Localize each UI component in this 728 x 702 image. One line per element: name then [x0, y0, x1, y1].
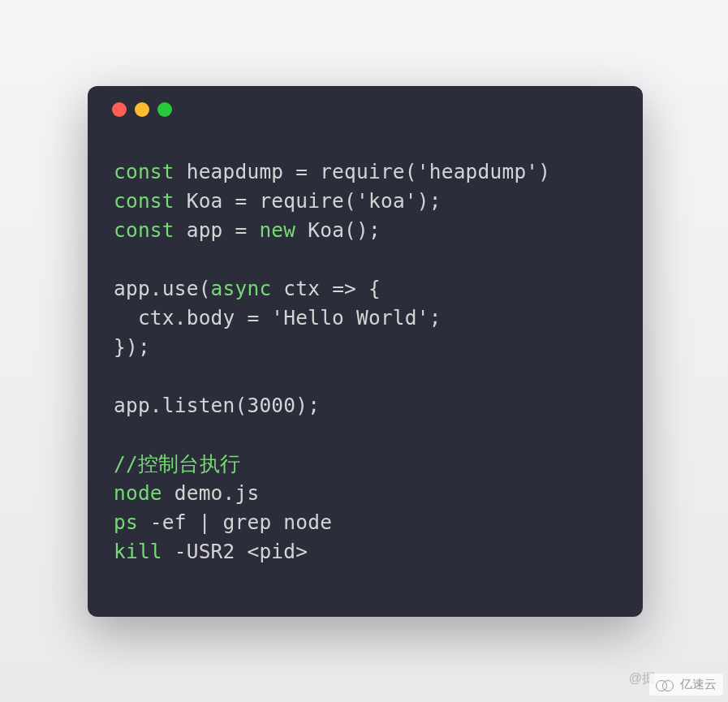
- code-content: const heapdump = require('heapdump') con…: [88, 117, 643, 591]
- maximize-icon[interactable]: [157, 102, 172, 117]
- brand-label: 亿速云: [680, 677, 717, 692]
- minimize-icon[interactable]: [135, 102, 149, 117]
- brand-badge: 亿速云: [649, 674, 723, 696]
- terminal-window: const heapdump = require('heapdump') con…: [88, 86, 643, 617]
- cloud-icon: [656, 678, 675, 692]
- close-icon[interactable]: [112, 102, 127, 117]
- window-controls: [88, 86, 643, 117]
